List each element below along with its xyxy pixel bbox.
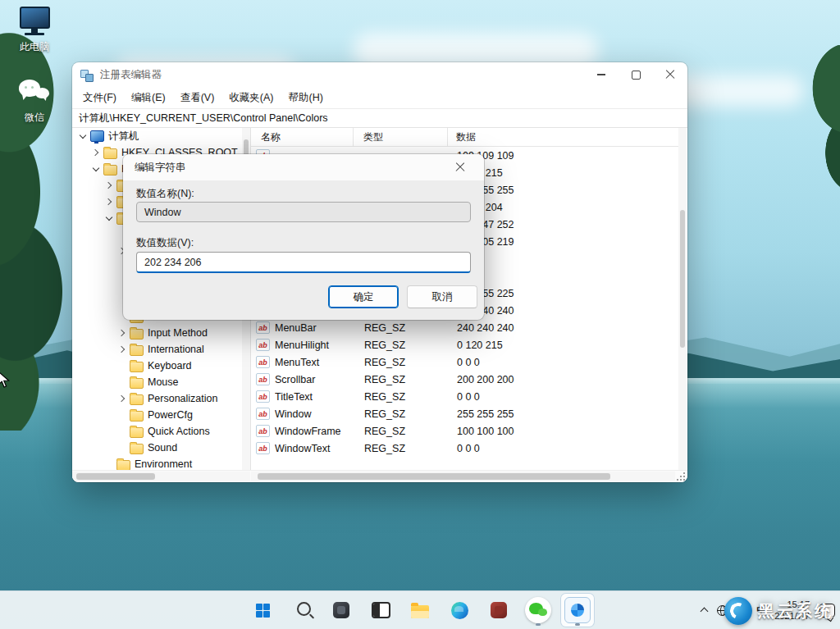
value-data: 0 102 204 [457, 202, 678, 213]
column-header-1[interactable]: 类型 [353, 128, 447, 146]
taskbar-button-app-dark[interactable] [325, 594, 358, 627]
chevron-right-icon[interactable] [90, 147, 102, 158]
value-name-label: 数值名称(N): [136, 187, 194, 201]
value-data: 0 120 215 [457, 167, 678, 179]
taskbar-button-file-explorer[interactable] [404, 594, 436, 627]
value-data: 240 240 240 [457, 305, 678, 317]
tree-item-international[interactable]: International [72, 341, 242, 358]
menu-item-1[interactable]: 编辑(E) [124, 89, 173, 107]
value-type: REG_SZ [364, 443, 457, 454]
registry-value-row-windowframe[interactable]: abWindowFrameREG_SZ100 100 100 [251, 422, 678, 440]
tree-item-input-method[interactable]: Input Method [72, 325, 242, 341]
string-value-icon: ab [256, 321, 270, 334]
list-horizontal-scrollbar[interactable] [251, 472, 675, 481]
tree-item-powercfg[interactable]: PowerCfg [72, 407, 242, 423]
taskbar-button-app-red[interactable] [482, 594, 515, 627]
list-vertical-scrollbar[interactable] [678, 128, 687, 471]
network-icon[interactable] [717, 605, 728, 616]
registry-value-row-windowtext[interactable]: abWindowTextREG_SZ0 0 0 [251, 440, 678, 457]
value-type: REG_SZ [364, 426, 457, 437]
hidden-icons-chevron-icon[interactable] [699, 605, 709, 615]
registry-value-row-menubar[interactable]: abMenuBarREG_SZ240 240 240 [251, 319, 678, 336]
taskbar-button-wechat[interactable] [522, 594, 555, 627]
column-header-0[interactable]: 名称 [251, 128, 353, 146]
maximize-button[interactable] [619, 62, 653, 87]
folder-icon [130, 362, 144, 372]
taskbar-button-search[interactable] [285, 594, 318, 627]
taskbar-button-edge[interactable] [443, 594, 476, 627]
task-view-icon [372, 602, 390, 618]
edit-string-dialog: 编辑字符串 数值名称(N): Window 数值数据(V): 202 234 2… [123, 154, 484, 320]
desktop-icon-wechat[interactable]: 微信 [8, 75, 61, 125]
chevron-right-icon[interactable] [103, 180, 115, 191]
folder-icon [130, 345, 144, 356]
taskbar-button-task-view[interactable] [364, 594, 397, 627]
ok-button[interactable]: 确定 [328, 285, 399, 308]
value-name: WindowText [275, 443, 364, 454]
tree-item-environment[interactable]: Environment [72, 456, 242, 471]
chevron-right-icon[interactable] [103, 196, 115, 207]
tree-item-label: PowerCfg [148, 409, 193, 421]
tree-item-计算机[interactable]: 计算机 [72, 128, 242, 144]
chevron-down-icon[interactable] [103, 212, 115, 224]
registry-value-row-scrollbar[interactable]: abScrollbarREG_SZ200 200 200 [251, 371, 678, 388]
expander-placeholder [116, 442, 128, 454]
scrollbar-thumb[interactable] [258, 473, 610, 480]
app-dark-icon [333, 602, 349, 618]
taskbar-button-start[interactable] [246, 594, 279, 627]
desktop-icon-this-pc[interactable]: 此电脑 [8, 5, 61, 54]
menu-item-0[interactable]: 文件(F) [75, 89, 124, 107]
menu-item-2[interactable]: 查看(V) [173, 89, 222, 107]
tree-item-mouse[interactable]: Mouse [72, 374, 242, 390]
value-name-field[interactable]: Window [136, 202, 471, 222]
value-data-field[interactable]: 202 234 206 [136, 252, 471, 273]
chevron-down-icon[interactable] [77, 130, 89, 142]
file-explorer-icon [411, 605, 429, 618]
notification-center-icon[interactable] [819, 604, 835, 618]
chevron-right-icon[interactable] [116, 344, 128, 355]
taskbar-clock[interactable]: 15:17 2021/7/7 [774, 599, 810, 622]
value-data: 191 205 219 [457, 236, 678, 248]
registry-value-row-window[interactable]: abWindowREG_SZ255 255 255 [251, 405, 678, 422]
minimize-button[interactable] [584, 62, 619, 87]
registry-value-row-titletext[interactable]: abTitleTextREG_SZ0 0 0 [251, 388, 678, 405]
scrollbar-thumb[interactable] [680, 210, 685, 348]
value-data-label: 数值数据(V): [136, 236, 194, 250]
monitor-base [25, 33, 44, 35]
column-header-2[interactable]: 数据 [447, 128, 678, 146]
registry-value-row-menuhilight[interactable]: abMenuHilightREG_SZ0 120 215 [251, 336, 678, 353]
tree-item-keyboard[interactable]: Keyboard [72, 358, 242, 374]
tree-item-personalization[interactable]: Personalization [72, 390, 242, 407]
value-type: REG_SZ [364, 391, 457, 403]
app-red-icon [491, 602, 507, 618]
taskbar-button-app-blue[interactable] [561, 594, 594, 627]
value-name: MenuHilight [275, 340, 364, 351]
close-button[interactable] [653, 62, 687, 87]
computer-icon [90, 130, 104, 142]
chevron-right-icon[interactable] [116, 393, 128, 404]
window-titlebar[interactable]: 注册表编辑器 [72, 62, 687, 87]
menu-item-3[interactable]: 收藏夹(A) [221, 89, 281, 107]
ime-indicator[interactable]: 中 [756, 604, 766, 618]
resize-grip[interactable] [676, 472, 687, 481]
registry-value-row-menutext[interactable]: abMenuTextREG_SZ0 0 0 [251, 353, 678, 371]
bottom-scroll-strip [72, 470, 687, 482]
value-data: 240 240 240 [457, 322, 678, 334]
volume-icon[interactable] [736, 605, 748, 616]
address-bar[interactable]: 计算机\HKEY_CURRENT_USER\Control Panel\Colo… [72, 108, 687, 128]
menu-item-4[interactable]: 帮助(H) [281, 89, 330, 107]
dialog-titlebar[interactable]: 编辑字符串 [123, 154, 484, 180]
tree-item-label: 计算机 [108, 130, 139, 144]
tree-item-sound[interactable]: Sound [72, 440, 242, 456]
tree-item-quick-actions[interactable]: Quick Actions [72, 423, 242, 440]
cancel-button[interactable]: 取消 [407, 285, 477, 308]
desktop-icon-label: 微信 [25, 111, 44, 125]
chevron-right-icon[interactable] [116, 327, 128, 339]
dialog-close-button[interactable] [448, 154, 472, 180]
tree-item-label: Mouse [148, 376, 179, 388]
chevron-down-icon[interactable] [90, 163, 102, 175]
wechat-icon [17, 75, 52, 108]
tree-horizontal-scrollbar[interactable] [72, 472, 250, 481]
tree-item-label: Keyboard [148, 360, 192, 371]
scrollbar-thumb[interactable] [76, 473, 155, 480]
